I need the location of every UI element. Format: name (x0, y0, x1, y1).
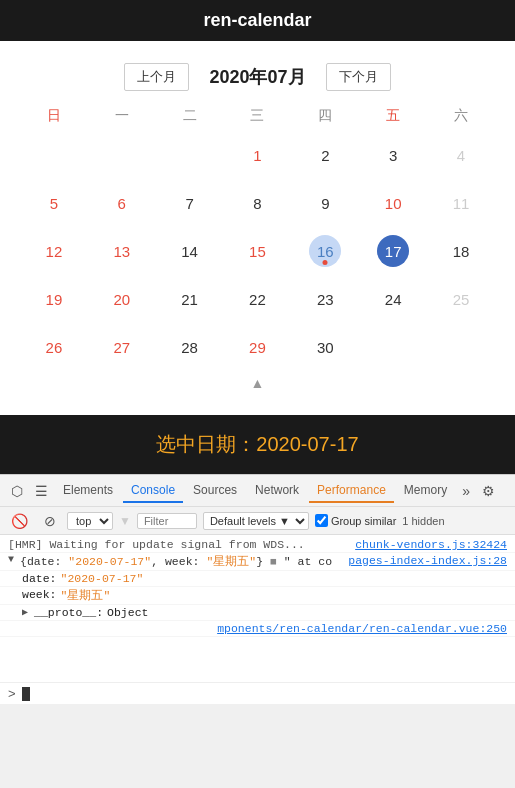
cal-day-10[interactable]: 10 (359, 179, 427, 227)
cal-day-11: 11 (427, 179, 495, 227)
group-similar-label: Group similar (315, 514, 396, 527)
settings-icon-button[interactable]: ⚙ (477, 481, 500, 501)
proto-val: Object (107, 606, 148, 619)
cal-day-empty (20, 131, 88, 179)
calendar-nav: 上个月 2020年07月 下个月 (20, 51, 495, 101)
cal-day-9[interactable]: 9 (291, 179, 359, 227)
week-val: "星期五" (61, 588, 111, 603)
selected-date-bar: 选中日期：2020-07-17 (0, 415, 515, 474)
cal-day-empty (359, 323, 427, 371)
month-title: 2020年07月 (209, 65, 305, 89)
cal-day-22[interactable]: 22 (224, 275, 292, 323)
cal-day-23[interactable]: 23 (291, 275, 359, 323)
collapse-arrow[interactable]: ▲ (20, 371, 495, 395)
cal-week-5: 26 27 28 29 30 (20, 323, 495, 371)
cal-week-2: 5 6 7 8 9 10 11 (20, 179, 495, 227)
header-wed: 三 (224, 101, 292, 131)
cal-day-18[interactable]: 18 (427, 227, 495, 275)
cal-day-21[interactable]: 21 (156, 275, 224, 323)
cal-day-28[interactable]: 28 (156, 323, 224, 371)
cal-day-27[interactable]: 27 (88, 323, 156, 371)
app-container: ren-calendar 上个月 2020年07月 下个月 日 一 二 三 四 … (0, 0, 515, 474)
device-icon-button[interactable]: ☰ (30, 481, 53, 501)
date-val: "2020-07-17" (61, 572, 144, 585)
cal-day-6[interactable]: 6 (88, 179, 156, 227)
inspect-icon-button[interactable]: ⬡ (6, 481, 28, 501)
console-caret: > (8, 686, 16, 701)
cal-day-1[interactable]: 1 (224, 131, 292, 179)
cal-day-15[interactable]: 15 (224, 227, 292, 275)
console-toolbar: 🚫 ⊘ top ▼ Default levels ▼ Group similar… (0, 507, 515, 535)
console-line-week-prop: week: "星期五" (0, 587, 515, 605)
tab-console[interactable]: Console (123, 479, 183, 503)
tab-memory[interactable]: Memory (396, 479, 455, 503)
cal-week-1: 1 2 3 4 (20, 131, 495, 179)
cal-day-8[interactable]: 8 (224, 179, 292, 227)
devtools-tabs-toolbar: ⬡ ☰ Elements Console Sources Network Per… (0, 475, 515, 507)
context-select[interactable]: top (67, 512, 113, 530)
group-similar-checkbox[interactable] (315, 514, 328, 527)
next-month-button[interactable]: 下个月 (326, 63, 391, 91)
date-key: date: (22, 572, 57, 585)
cal-day-25: 25 (427, 275, 495, 323)
cal-day-5[interactable]: 5 (20, 179, 88, 227)
cal-day-2[interactable]: 2 (291, 131, 359, 179)
cal-day-7[interactable]: 7 (156, 179, 224, 227)
weekday-header-row: 日 一 二 三 四 五 六 (20, 101, 495, 131)
cal-week-4: 19 20 21 22 23 24 25 (20, 275, 495, 323)
console-cursor[interactable] (22, 687, 30, 701)
object-link[interactable]: pages-index-index.js:28 (348, 554, 507, 567)
header-sun: 日 (20, 101, 88, 131)
cal-day-20[interactable]: 20 (88, 275, 156, 323)
tab-network[interactable]: Network (247, 479, 307, 503)
cal-day-17[interactable]: 17 (359, 227, 427, 275)
file-link[interactable]: mponents/ren-calendar/ren-calendar.vue:2… (217, 622, 507, 635)
week-key: week: (22, 588, 57, 601)
console-line-hmr: [HMR] Waiting for update signal from WDS… (0, 537, 515, 553)
expand-triangle[interactable]: ▼ (8, 554, 14, 565)
hmr-text: [HMR] Waiting for update signal from WDS… (8, 538, 305, 551)
cal-day-19[interactable]: 19 (20, 275, 88, 323)
console-clear-button[interactable]: 🚫 (6, 511, 33, 531)
tab-performance[interactable]: Performance (309, 479, 394, 503)
selected-date-value: 2020-07-17 (256, 433, 358, 455)
header-thu: 四 (291, 101, 359, 131)
levels-select[interactable]: Default levels ▼ (203, 512, 309, 530)
more-tabs-button[interactable]: » (457, 481, 475, 501)
cal-day-4: 4 (427, 131, 495, 179)
cal-day-empty (427, 323, 495, 371)
hmr-link[interactable]: chunk-vendors.js:32424 (355, 538, 507, 551)
console-input-line: > (0, 682, 515, 704)
header-tue: 二 (156, 101, 224, 131)
prev-month-button[interactable]: 上个月 (124, 63, 189, 91)
cal-day-16[interactable]: 16 (291, 227, 359, 275)
more-options-icon-button[interactable]: ⋮ (504, 481, 515, 501)
selected-circle: 17 (377, 235, 409, 267)
cal-day-30[interactable]: 30 (291, 323, 359, 371)
console-line-object: ▼ {date: "2020-07-17", week: "星期五"} ■ " … (0, 553, 515, 571)
tab-sources[interactable]: Sources (185, 479, 245, 503)
console-filter-icon[interactable]: ⊘ (39, 511, 61, 531)
console-output: [HMR] Waiting for update signal from WDS… (0, 535, 515, 682)
devtools-panel: ⬡ ☰ Elements Console Sources Network Per… (0, 474, 515, 704)
proto-expand[interactable]: ▶ (22, 606, 28, 618)
tab-elements[interactable]: Elements (55, 479, 121, 503)
collapse-row: ▲ (20, 371, 495, 395)
cal-day-3[interactable]: 3 (359, 131, 427, 179)
cal-day-24[interactable]: 24 (359, 275, 427, 323)
app-title: ren-calendar (203, 10, 311, 30)
hidden-count: 1 hidden (402, 515, 444, 527)
object-content: {date: "2020-07-17", week: "星期五"} ■ " at… (20, 554, 332, 569)
proto-key: __proto__: (34, 606, 103, 619)
console-line-proto: ▶ __proto__: Object (0, 605, 515, 621)
calendar-grid: 日 一 二 三 四 五 六 1 2 3 4 (20, 101, 495, 395)
cal-week-3: 12 13 14 15 16 17 18 (20, 227, 495, 275)
cal-day-14[interactable]: 14 (156, 227, 224, 275)
selected-label: 选中日期： (156, 433, 256, 455)
cal-day-empty (156, 131, 224, 179)
cal-day-29[interactable]: 29 (224, 323, 292, 371)
console-filter-input[interactable] (137, 513, 197, 529)
cal-day-13[interactable]: 13 (88, 227, 156, 275)
cal-day-12[interactable]: 12 (20, 227, 88, 275)
cal-day-26[interactable]: 26 (20, 323, 88, 371)
